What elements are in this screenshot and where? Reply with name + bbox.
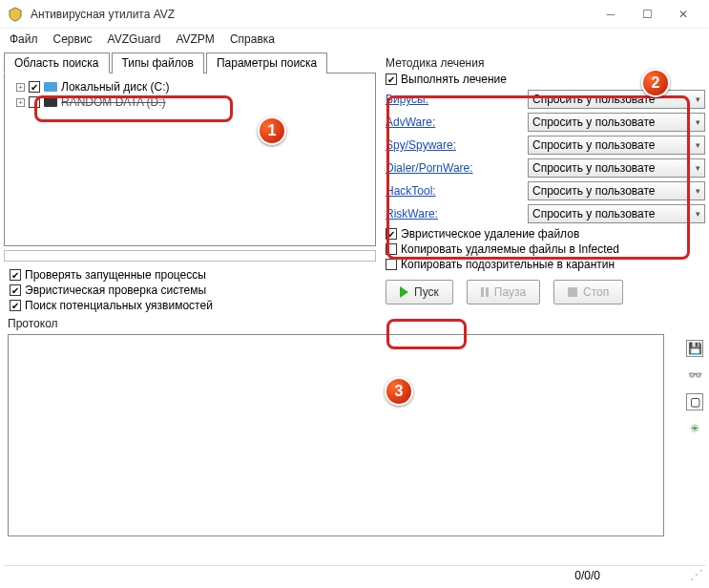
drive-d-label: RANDOM DATA (D:)	[61, 95, 166, 109]
chevron-down-icon: ▾	[696, 140, 700, 150]
select-viruses[interactable]: Спросить у пользовате▾	[528, 90, 705, 109]
link-spyware[interactable]: Spy/Spyware:	[386, 138, 456, 152]
select-value: Спросить у пользовате	[532, 93, 656, 106]
drive-d-checkbox[interactable]	[29, 96, 40, 108]
check-label: Поиск потенциальных уязвимостей	[25, 299, 213, 312]
chevron-down-icon: ▾	[696, 163, 700, 173]
annotation-badge-3: 3	[385, 377, 413, 406]
link-advware[interactable]: AdvWare:	[386, 116, 435, 129]
link-riskware[interactable]: RiskWare:	[386, 207, 438, 220]
check-label: Эвристическое удаление файлов	[401, 227, 579, 241]
pause-icon	[481, 287, 489, 297]
tree-expand-icon[interactable]: +	[16, 83, 25, 92]
select-value: Спросить у пользовате	[532, 138, 656, 152]
check-label: Выполнять лечение	[401, 73, 507, 86]
protocol-textarea[interactable]	[8, 334, 664, 536]
chevron-down-icon: ▾	[696, 209, 700, 219]
checkbox-icon[interactable]: ✔	[10, 300, 21, 311]
link-viruses[interactable]: Вирусы:	[386, 93, 428, 106]
menu-file[interactable]: Файл	[10, 32, 38, 46]
menu-service[interactable]: Сервис	[53, 32, 93, 46]
stop-icon	[568, 287, 577, 297]
select-value: Спросить у пользовате	[532, 116, 656, 129]
select-advware[interactable]: Спросить у пользовате▾	[528, 113, 705, 132]
status-counters: 0/0/0	[574, 569, 600, 582]
checkbox-icon[interactable]	[386, 243, 397, 255]
chevron-down-icon: ▾	[696, 117, 700, 127]
menu-bar: Файл Сервис AVZGuard AVZPM Справка	[0, 29, 709, 50]
progress-bar-placeholder	[4, 250, 376, 262]
select-hacktool[interactable]: Спросить у пользовате▾	[528, 181, 705, 200]
drive-icon	[44, 97, 57, 107]
menu-help[interactable]: Справка	[230, 32, 275, 46]
annotation-badge-1: 1	[258, 116, 286, 145]
bug-icon[interactable]: ✳	[686, 420, 703, 437]
select-value: Спросить у пользовате	[532, 207, 656, 220]
save-icon[interactable]: 💾	[686, 340, 703, 357]
stop-button-label: Стоп	[583, 285, 609, 299]
pause-button-label: Пауза	[494, 285, 526, 299]
title-bar: Антивирусная утилита AVZ ─ ☐ ✕	[0, 0, 709, 29]
window-title: Антивирусная утилита AVZ	[31, 8, 593, 21]
start-button-label: Пуск	[414, 285, 439, 299]
chevron-down-icon: ▾	[696, 186, 700, 196]
start-button[interactable]: Пуск	[386, 280, 453, 304]
drive-tree-panel: + ✔ Локальный диск (C:) + RANDOM DATA (D…	[4, 73, 376, 246]
select-riskware[interactable]: Спросить у пользовате▾	[528, 204, 705, 223]
tab-search-params[interactable]: Параметры поиска	[206, 52, 327, 74]
select-value: Спросить у пользовате	[532, 184, 656, 198]
tree-expand-icon[interactable]: +	[16, 98, 25, 107]
menu-avzpm[interactable]: AVZPM	[176, 32, 214, 46]
app-icon	[8, 7, 23, 22]
check-label: Копировать подозрительные в карантин	[401, 258, 615, 271]
check-copy-quarantine[interactable]: Копировать подозрительные в карантин	[386, 257, 705, 272]
check-copy-infected[interactable]: Копировать удаляемые файлы в Infected	[386, 242, 705, 257]
check-label: Копировать удаляемые файлы в Infected	[401, 242, 619, 256]
tree-row-drive-d[interactable]: + RANDOM DATA (D:)	[16, 94, 369, 110]
select-spyware[interactable]: Спросить у пользовате▾	[528, 136, 705, 155]
check-label: Проверять запущенные процессы	[25, 268, 206, 282]
drive-icon	[44, 82, 57, 92]
play-icon	[400, 286, 408, 298]
tabs-left: Область поиска Типы файлов Параметры пои…	[4, 52, 376, 73]
clear-log-icon[interactable]: ▢	[686, 393, 703, 410]
maximize-button[interactable]: ☐	[629, 1, 665, 28]
checkbox-icon[interactable]: ✔	[10, 269, 21, 281]
chevron-down-icon: ▾	[696, 94, 700, 104]
resize-grip-icon[interactable]: ⋰	[690, 567, 703, 582]
check-heur-delete[interactable]: ✔ Эвристическое удаление файлов	[386, 226, 705, 242]
select-dialer[interactable]: Спросить у пользовате▾	[528, 158, 705, 178]
close-button[interactable]: ✕	[665, 1, 701, 28]
checkbox-icon[interactable]: ✔	[386, 74, 397, 85]
pause-button[interactable]: Пауза	[467, 280, 540, 304]
check-label: Эвристическая проверка системы	[25, 284, 206, 297]
menu-avzguard[interactable]: AVZGuard	[108, 32, 161, 46]
select-value: Спросить у пользовате	[532, 161, 656, 175]
status-bar: 0/0/0 ⋰	[4, 565, 705, 584]
tab-scan-area[interactable]: Область поиска	[4, 52, 110, 74]
link-hacktool[interactable]: HackTool:	[386, 184, 436, 198]
check-vuln-search[interactable]: ✔ Поиск потенциальных уязвимостей	[10, 298, 370, 313]
checkbox-icon[interactable]: ✔	[10, 284, 21, 296]
link-dialer[interactable]: Dialer/PornWare:	[386, 161, 473, 175]
checkbox-icon[interactable]	[386, 259, 397, 270]
tree-row-drive-c[interactable]: + ✔ Локальный диск (C:)	[16, 79, 369, 94]
minimize-button[interactable]: ─	[593, 1, 629, 28]
stop-button[interactable]: Стоп	[553, 280, 623, 304]
drive-c-label: Локальный диск (C:)	[61, 80, 170, 94]
drive-c-checkbox[interactable]: ✔	[29, 81, 40, 93]
glasses-icon[interactable]: 👓	[686, 367, 703, 384]
check-heuristic-system[interactable]: ✔ Эвристическая проверка системы	[10, 283, 370, 298]
checkbox-icon[interactable]: ✔	[386, 228, 397, 240]
annotation-badge-2: 2	[641, 69, 670, 97]
protocol-label: Протокол	[0, 315, 709, 332]
tab-file-types[interactable]: Типы файлов	[112, 52, 204, 74]
check-running-processes[interactable]: ✔ Проверять запущенные процессы	[10, 267, 370, 283]
